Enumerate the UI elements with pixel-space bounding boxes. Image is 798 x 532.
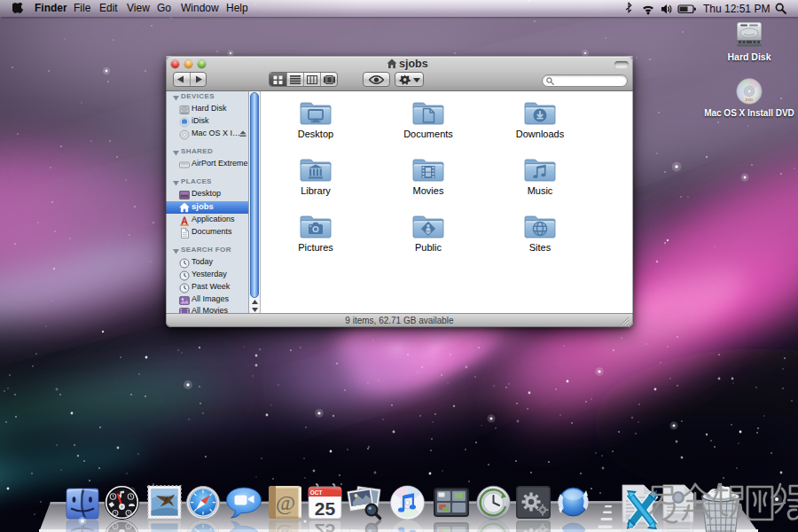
- svg-text:OCT: OCT: [310, 489, 323, 496]
- svg-text:DVD: DVD: [746, 98, 754, 102]
- svg-text:@: @: [276, 491, 295, 514]
- svg-text:25: 25: [315, 498, 336, 519]
